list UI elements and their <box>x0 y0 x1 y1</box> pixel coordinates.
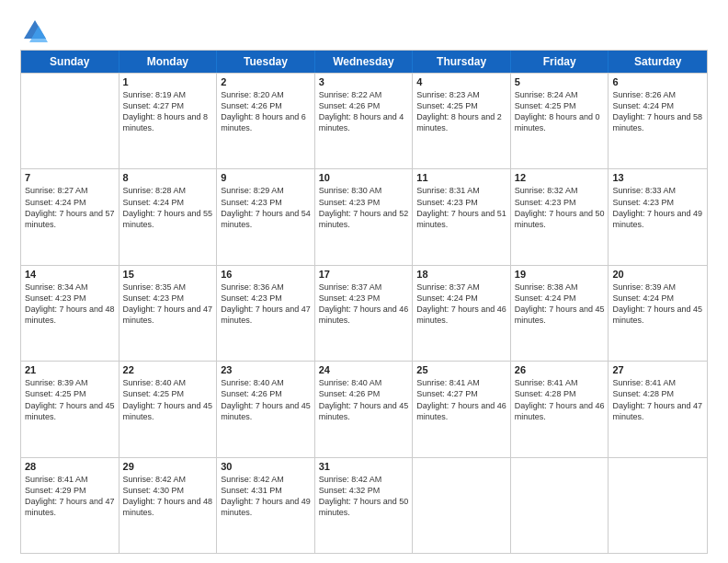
calendar-cell-20: 20Sunrise: 8:39 AM Sunset: 4:24 PM Dayli… <box>609 266 707 361</box>
cell-info: Sunrise: 8:41 AM Sunset: 4:28 PM Dayligh… <box>612 377 703 422</box>
calendar-cell-27: 27Sunrise: 8:41 AM Sunset: 4:28 PM Dayli… <box>609 362 707 456</box>
cell-day-number: 30 <box>221 461 311 472</box>
calendar-cell-29: 29Sunrise: 8:42 AM Sunset: 4:30 PM Dayli… <box>119 458 218 553</box>
cell-info: Sunrise: 8:27 AM Sunset: 4:24 PM Dayligh… <box>25 185 115 230</box>
calendar-cell-6: 6Sunrise: 8:26 AM Sunset: 4:24 PM Daylig… <box>609 74 707 168</box>
cell-day-number: 3 <box>319 76 409 87</box>
cell-info: Sunrise: 8:20 AM Sunset: 4:26 PM Dayligh… <box>221 89 311 134</box>
cell-day-number: 18 <box>416 269 506 280</box>
cell-day-number: 1 <box>123 76 213 87</box>
cell-info: Sunrise: 8:41 AM Sunset: 4:28 PM Dayligh… <box>515 377 605 422</box>
calendar-cell-15: 15Sunrise: 8:35 AM Sunset: 4:23 PM Dayli… <box>119 266 218 361</box>
calendar-cell-13: 13Sunrise: 8:33 AM Sunset: 4:23 PM Dayli… <box>609 169 707 264</box>
cell-day-number: 27 <box>612 364 703 375</box>
calendar-cell-empty-0-0 <box>21 74 119 168</box>
header-day-tuesday: Tuesday <box>217 51 315 73</box>
logo-icon <box>20 17 46 42</box>
cell-info: Sunrise: 8:37 AM Sunset: 4:23 PM Dayligh… <box>319 282 409 327</box>
cell-info: Sunrise: 8:41 AM Sunset: 4:29 PM Dayligh… <box>25 474 115 519</box>
cell-info: Sunrise: 8:31 AM Sunset: 4:23 PM Dayligh… <box>416 185 506 230</box>
cell-info: Sunrise: 8:36 AM Sunset: 4:23 PM Dayligh… <box>221 282 311 327</box>
cell-day-number: 20 <box>612 269 703 280</box>
cell-info: Sunrise: 8:32 AM Sunset: 4:23 PM Dayligh… <box>515 185 605 230</box>
calendar-cell-23: 23Sunrise: 8:40 AM Sunset: 4:26 PM Dayli… <box>217 362 315 456</box>
header-day-saturday: Saturday <box>609 51 707 73</box>
cell-info: Sunrise: 8:28 AM Sunset: 4:24 PM Dayligh… <box>123 185 213 230</box>
cell-info: Sunrise: 8:41 AM Sunset: 4:27 PM Dayligh… <box>416 377 506 422</box>
calendar-row-1: 7Sunrise: 8:27 AM Sunset: 4:24 PM Daylig… <box>21 168 707 264</box>
calendar-cell-26: 26Sunrise: 8:41 AM Sunset: 4:28 PM Dayli… <box>511 362 609 456</box>
cell-day-number: 6 <box>612 76 703 87</box>
calendar: SundayMondayTuesdayWednesdayThursdayFrid… <box>20 50 708 554</box>
calendar-cell-1: 1Sunrise: 8:19 AM Sunset: 4:27 PM Daylig… <box>119 74 218 168</box>
cell-day-number: 28 <box>25 461 115 472</box>
cell-day-number: 2 <box>221 76 311 87</box>
calendar-cell-10: 10Sunrise: 8:30 AM Sunset: 4:23 PM Dayli… <box>315 169 414 264</box>
cell-day-number: 23 <box>221 364 311 375</box>
calendar-cell-18: 18Sunrise: 8:37 AM Sunset: 4:24 PM Dayli… <box>413 266 511 361</box>
page: SundayMondayTuesdayWednesdayThursdayFrid… <box>0 0 728 563</box>
cell-info: Sunrise: 8:23 AM Sunset: 4:25 PM Dayligh… <box>416 89 506 134</box>
cell-info: Sunrise: 8:22 AM Sunset: 4:26 PM Dayligh… <box>319 89 409 134</box>
calendar-cell-empty-4-5 <box>511 458 609 553</box>
cell-info: Sunrise: 8:26 AM Sunset: 4:24 PM Dayligh… <box>612 89 703 134</box>
cell-info: Sunrise: 8:42 AM Sunset: 4:32 PM Dayligh… <box>319 474 409 519</box>
cell-info: Sunrise: 8:37 AM Sunset: 4:24 PM Dayligh… <box>416 282 506 327</box>
cell-info: Sunrise: 8:39 AM Sunset: 4:24 PM Dayligh… <box>612 282 703 327</box>
calendar-row-2: 14Sunrise: 8:34 AM Sunset: 4:23 PM Dayli… <box>21 265 707 361</box>
cell-day-number: 17 <box>319 269 409 280</box>
cell-day-number: 15 <box>123 269 213 280</box>
cell-info: Sunrise: 8:35 AM Sunset: 4:23 PM Dayligh… <box>123 282 213 327</box>
calendar-cell-14: 14Sunrise: 8:34 AM Sunset: 4:23 PM Dayli… <box>21 266 119 361</box>
calendar-cell-24: 24Sunrise: 8:40 AM Sunset: 4:26 PM Dayli… <box>315 362 414 456</box>
cell-day-number: 8 <box>123 172 213 183</box>
calendar-body: 1Sunrise: 8:19 AM Sunset: 4:27 PM Daylig… <box>21 73 707 553</box>
calendar-cell-2: 2Sunrise: 8:20 AM Sunset: 4:26 PM Daylig… <box>217 74 315 168</box>
calendar-cell-22: 22Sunrise: 8:40 AM Sunset: 4:25 PM Dayli… <box>119 362 218 456</box>
calendar-cell-5: 5Sunrise: 8:24 AM Sunset: 4:25 PM Daylig… <box>511 74 609 168</box>
calendar-cell-19: 19Sunrise: 8:38 AM Sunset: 4:24 PM Dayli… <box>511 266 609 361</box>
cell-day-number: 19 <box>515 269 605 280</box>
header-day-wednesday: Wednesday <box>315 51 414 73</box>
cell-day-number: 9 <box>221 172 311 183</box>
cell-info: Sunrise: 8:38 AM Sunset: 4:24 PM Dayligh… <box>515 282 605 327</box>
calendar-cell-7: 7Sunrise: 8:27 AM Sunset: 4:24 PM Daylig… <box>21 169 119 264</box>
calendar-cell-21: 21Sunrise: 8:39 AM Sunset: 4:25 PM Dayli… <box>21 362 119 456</box>
cell-day-number: 29 <box>123 461 213 472</box>
cell-day-number: 10 <box>319 172 409 183</box>
calendar-header: SundayMondayTuesdayWednesdayThursdayFrid… <box>21 51 707 73</box>
cell-day-number: 5 <box>515 76 605 87</box>
cell-day-number: 26 <box>515 364 605 375</box>
cell-info: Sunrise: 8:29 AM Sunset: 4:23 PM Dayligh… <box>221 185 311 230</box>
calendar-row-3: 21Sunrise: 8:39 AM Sunset: 4:25 PM Dayli… <box>21 361 707 456</box>
cell-info: Sunrise: 8:34 AM Sunset: 4:23 PM Dayligh… <box>25 282 115 327</box>
calendar-cell-17: 17Sunrise: 8:37 AM Sunset: 4:23 PM Dayli… <box>315 266 414 361</box>
cell-info: Sunrise: 8:19 AM Sunset: 4:27 PM Dayligh… <box>123 89 213 134</box>
calendar-cell-12: 12Sunrise: 8:32 AM Sunset: 4:23 PM Dayli… <box>511 169 609 264</box>
header-day-monday: Monday <box>119 51 218 73</box>
cell-info: Sunrise: 8:33 AM Sunset: 4:23 PM Dayligh… <box>612 185 703 230</box>
cell-info: Sunrise: 8:40 AM Sunset: 4:26 PM Dayligh… <box>319 377 409 422</box>
calendar-cell-empty-4-6 <box>609 458 707 553</box>
calendar-cell-31: 31Sunrise: 8:42 AM Sunset: 4:32 PM Dayli… <box>315 458 414 553</box>
calendar-cell-28: 28Sunrise: 8:41 AM Sunset: 4:29 PM Dayli… <box>21 458 119 553</box>
calendar-row-0: 1Sunrise: 8:19 AM Sunset: 4:27 PM Daylig… <box>21 73 707 168</box>
calendar-row-4: 28Sunrise: 8:41 AM Sunset: 4:29 PM Dayli… <box>21 457 707 553</box>
calendar-cell-11: 11Sunrise: 8:31 AM Sunset: 4:23 PM Dayli… <box>413 169 511 264</box>
calendar-cell-8: 8Sunrise: 8:28 AM Sunset: 4:24 PM Daylig… <box>119 169 218 264</box>
cell-info: Sunrise: 8:40 AM Sunset: 4:26 PM Dayligh… <box>221 377 311 422</box>
cell-day-number: 13 <box>612 172 703 183</box>
header-day-friday: Friday <box>511 51 609 73</box>
cell-day-number: 7 <box>25 172 115 183</box>
cell-info: Sunrise: 8:42 AM Sunset: 4:31 PM Dayligh… <box>221 474 311 519</box>
calendar-cell-3: 3Sunrise: 8:22 AM Sunset: 4:26 PM Daylig… <box>315 74 414 168</box>
cell-info: Sunrise: 8:30 AM Sunset: 4:23 PM Dayligh… <box>319 185 409 230</box>
cell-day-number: 11 <box>416 172 506 183</box>
cell-day-number: 31 <box>319 461 409 472</box>
calendar-cell-9: 9Sunrise: 8:29 AM Sunset: 4:23 PM Daylig… <box>217 169 315 264</box>
header <box>20 17 708 42</box>
cell-day-number: 24 <box>319 364 409 375</box>
cell-day-number: 25 <box>416 364 506 375</box>
cell-info: Sunrise: 8:42 AM Sunset: 4:30 PM Dayligh… <box>123 474 213 519</box>
calendar-cell-25: 25Sunrise: 8:41 AM Sunset: 4:27 PM Dayli… <box>413 362 511 456</box>
